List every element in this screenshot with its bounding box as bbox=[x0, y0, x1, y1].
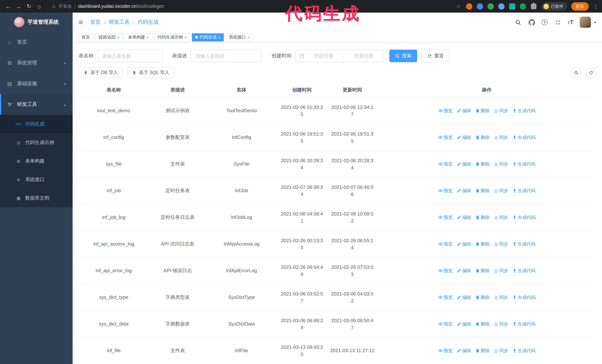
delete-link[interactable]: 删除 bbox=[475, 267, 490, 274]
sidebar-item-codegen-example[interactable]: ◎ 代码生成示例 bbox=[0, 133, 73, 152]
sync-link[interactable]: 同步 bbox=[494, 267, 508, 274]
browser-menu-icon[interactable]: ⋮ bbox=[593, 3, 598, 9]
close-icon[interactable]: × bbox=[147, 35, 149, 40]
edit-link[interactable]: 编辑 bbox=[457, 187, 471, 194]
delete-link[interactable]: 删除 bbox=[475, 347, 490, 354]
fullscreen-icon[interactable] bbox=[554, 19, 561, 26]
avatar-caret-icon[interactable]: ▾ bbox=[594, 20, 596, 24]
help-icon[interactable]: ? bbox=[542, 19, 548, 25]
delete-link[interactable]: 删除 bbox=[475, 107, 490, 114]
close-icon[interactable]: × bbox=[117, 35, 119, 40]
preview-link[interactable]: 预览 bbox=[438, 214, 452, 221]
import-sql-button[interactable]: 基于 SQL 导入 bbox=[127, 67, 174, 78]
extension-icon-green-v[interactable] bbox=[487, 3, 494, 10]
edit-link[interactable]: 编辑 bbox=[457, 107, 471, 114]
extension-icon-blue[interactable] bbox=[477, 3, 483, 10]
app-logo[interactable]: 芋道管理系统 bbox=[0, 13, 73, 32]
back-icon[interactable]: ← bbox=[4, 2, 13, 11]
edit-link[interactable]: 编辑 bbox=[457, 294, 471, 301]
edit-link[interactable]: 编辑 bbox=[457, 161, 471, 167]
bookmark-star-icon[interactable]: ☆ bbox=[456, 3, 461, 10]
font-size-icon[interactable]: TT bbox=[568, 19, 573, 26]
breadcrumb-codegen[interactable]: 代码生成 bbox=[138, 19, 158, 26]
sidebar-item-system-mgmt[interactable]: ⚙ 系统管理 ▾ bbox=[0, 52, 73, 73]
generate-code-link[interactable]: 生成代码 bbox=[512, 214, 536, 221]
breadcrumb-dev-tools[interactable]: 研发工具 bbox=[109, 19, 129, 26]
preview-link[interactable]: 预览 bbox=[438, 294, 452, 301]
tab-system-api[interactable]: 系统接口 × bbox=[226, 33, 253, 41]
tab-tracing[interactable]: 链路追踪 × bbox=[95, 33, 123, 41]
generate-code-link[interactable]: 生成代码 bbox=[512, 134, 536, 141]
sync-link[interactable]: 同步 bbox=[494, 214, 508, 221]
tab-codegen[interactable]: 代码生成 × bbox=[192, 33, 224, 41]
date-start-placeholder[interactable]: 开始日期 bbox=[308, 52, 340, 59]
table-name-input[interactable] bbox=[97, 50, 162, 62]
search-icon[interactable] bbox=[514, 19, 522, 26]
edit-link[interactable]: 编辑 bbox=[457, 241, 471, 247]
generate-code-link[interactable]: 生成代码 bbox=[512, 347, 536, 354]
browser-home-icon[interactable]: ⌂ bbox=[35, 2, 44, 11]
sync-link[interactable]: 同步 bbox=[494, 321, 508, 327]
generate-code-link[interactable]: 生成代码 bbox=[512, 107, 536, 114]
sync-link[interactable]: 同步 bbox=[494, 134, 508, 141]
preview-link[interactable]: 预览 bbox=[438, 347, 452, 354]
github-icon[interactable] bbox=[528, 19, 535, 26]
preview-link[interactable]: 预览 bbox=[438, 241, 452, 247]
generate-code-link[interactable]: 生成代码 bbox=[512, 294, 536, 301]
sync-link[interactable]: 同步 bbox=[494, 294, 508, 301]
tab-codegen-example[interactable]: 代码生成示例 × bbox=[154, 33, 190, 41]
preview-link[interactable]: 预览 bbox=[438, 321, 452, 327]
tab-home[interactable]: 首页 bbox=[78, 33, 93, 41]
sidebar-item-dev-tools[interactable]: ⚒ 研发工具 ▴ bbox=[0, 94, 73, 115]
profile-chip[interactable]: 已暂停 bbox=[542, 2, 567, 10]
import-db-button[interactable]: 基于 DB 导入 bbox=[78, 67, 123, 78]
preview-link[interactable]: 预览 bbox=[438, 134, 452, 141]
user-avatar[interactable] bbox=[580, 17, 591, 28]
generate-code-link[interactable]: 生成代码 bbox=[512, 187, 536, 194]
extensions-puzzle-icon[interactable] bbox=[531, 3, 537, 9]
edit-link[interactable]: 编辑 bbox=[457, 347, 471, 354]
sidebar-item-codegen[interactable]: </> 代码生成 bbox=[0, 115, 73, 133]
table-desc-input[interactable] bbox=[191, 50, 262, 62]
date-end-placeholder[interactable]: 结束日期 bbox=[348, 52, 379, 59]
extension-icon-orange[interactable] bbox=[466, 3, 472, 10]
reset-button[interactable]: 重置 bbox=[422, 50, 449, 62]
edit-link[interactable]: 编辑 bbox=[457, 321, 471, 327]
close-icon[interactable]: × bbox=[247, 35, 250, 40]
sidebar-item-system-api[interactable]: ≣ 系统接口 bbox=[0, 170, 73, 189]
sync-link[interactable]: 同步 bbox=[494, 241, 508, 247]
date-range-picker[interactable]: 开始日期 - 结束日期 bbox=[295, 50, 383, 62]
preview-link[interactable]: 预览 bbox=[438, 161, 452, 167]
generate-code-link[interactable]: 生成代码 bbox=[512, 161, 536, 167]
delete-link[interactable]: 删除 bbox=[475, 161, 490, 167]
preview-link[interactable]: 预览 bbox=[438, 187, 452, 194]
reload-icon[interactable]: ↻ bbox=[24, 2, 33, 11]
tab-form-builder[interactable]: 表单构建 × bbox=[125, 33, 152, 41]
sync-link[interactable]: 同步 bbox=[494, 347, 508, 354]
edit-link[interactable]: 编辑 bbox=[457, 214, 471, 221]
sidebar-item-infrastructure[interactable]: ▤ 基础设施 ▾ bbox=[0, 73, 73, 94]
hamburger-icon[interactable]: ≡ bbox=[78, 18, 83, 26]
delete-link[interactable]: 删除 bbox=[475, 294, 490, 301]
delete-link[interactable]: 删除 bbox=[475, 134, 490, 141]
extension-icon-leaf[interactable] bbox=[520, 3, 526, 10]
generate-code-link[interactable]: 生成代码 bbox=[512, 267, 536, 274]
browser-update-button[interactable]: 更新 bbox=[571, 2, 589, 10]
forward-icon[interactable]: → bbox=[14, 2, 23, 11]
sidebar-item-db-docs[interactable]: ▦ 数据库文档 bbox=[0, 189, 73, 207]
extension-icon-teal[interactable] bbox=[509, 3, 515, 10]
sidebar-item-form-builder[interactable]: ⊞ 表单构建 bbox=[0, 152, 73, 170]
close-icon[interactable]: × bbox=[184, 35, 187, 40]
toggle-search-button[interactable] bbox=[571, 68, 581, 78]
extension-icon-people[interactable] bbox=[498, 3, 505, 10]
sync-link[interactable]: 同步 bbox=[494, 187, 508, 194]
delete-link[interactable]: 删除 bbox=[475, 187, 490, 194]
generate-code-link[interactable]: 生成代码 bbox=[512, 321, 536, 327]
sync-link[interactable]: 同步 bbox=[494, 161, 508, 167]
close-icon[interactable]: × bbox=[218, 35, 220, 40]
sidebar-item-home[interactable]: ⌂ 首页 bbox=[0, 32, 73, 52]
delete-link[interactable]: 删除 bbox=[475, 241, 490, 247]
edit-link[interactable]: 编辑 bbox=[457, 267, 471, 274]
sync-link[interactable]: 同步 bbox=[494, 107, 508, 114]
generate-code-link[interactable]: 生成代码 bbox=[512, 241, 536, 247]
